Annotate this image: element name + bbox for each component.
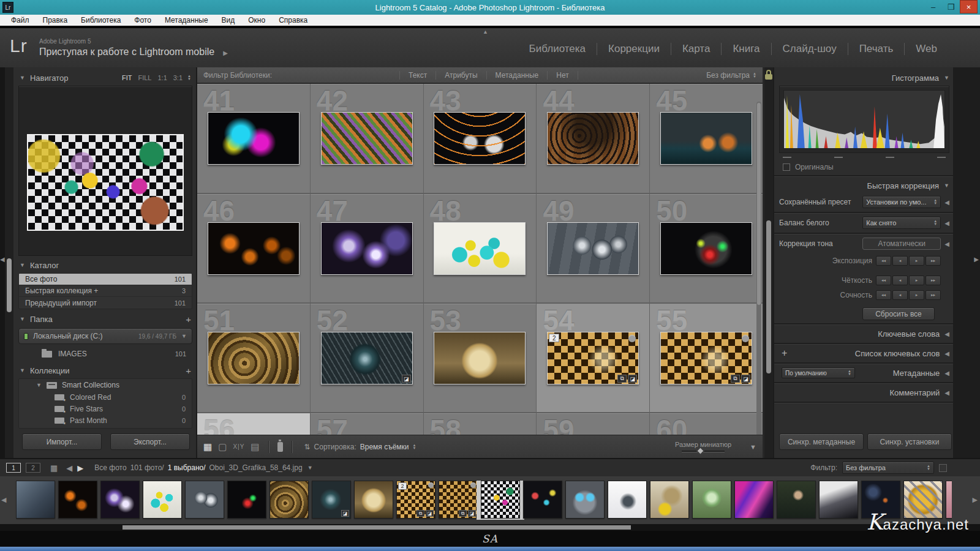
folder-row[interactable]: IMAGES 101	[18, 348, 192, 360]
add-collection-icon[interactable]: +	[186, 365, 191, 376]
sync-settings-button[interactable]: Синхр. установки	[867, 433, 952, 450]
sort-direction-icon[interactable]: ⇅	[304, 443, 311, 451]
expand-section-icon[interactable]: ◀	[944, 241, 949, 247]
scrollbar-thumb[interactable]	[766, 220, 771, 373]
compare-view-icon[interactable]: X|Y	[233, 443, 244, 450]
scrollbar-thumb[interactable]	[123, 525, 631, 530]
catalog-row[interactable]: Все фото 101	[19, 274, 192, 285]
export-button[interactable]: Экспорт...	[110, 433, 190, 450]
collapse-right-panel-icon[interactable]: ▶	[974, 256, 979, 263]
menu-item[interactable]: Правка	[37, 16, 74, 24]
photo-thumbnail[interactable]: ⧉ ◪	[660, 332, 752, 384]
adjustment-badge-icon[interactable]: ◪	[341, 510, 349, 517]
folders-header[interactable]: ▼ Папка +	[13, 312, 197, 326]
grid-scrollbar[interactable]	[756, 102, 761, 435]
grid-cell[interactable]: 51	[197, 304, 311, 412]
collection-row[interactable]: Recently Modified 0	[19, 426, 192, 429]
back-arrow-icon[interactable]: ◀	[66, 463, 72, 473]
photo-thumbnail[interactable]: 2 ⧉ ◪	[547, 332, 639, 384]
expand-section-icon[interactable]: ◀	[944, 331, 949, 337]
scrollbar-thumb[interactable]	[757, 103, 761, 305]
grid-cell[interactable]: 52 ◪	[311, 304, 424, 412]
filmstrip-thumbnail[interactable]	[143, 481, 182, 519]
originals-checkbox-row[interactable]: Оригиналы	[783, 163, 834, 171]
secondary-monitor-button[interactable]: 2	[26, 463, 40, 473]
metadata-status-badge[interactable]	[742, 335, 749, 342]
decrease-large-button[interactable]: ◂◂	[876, 276, 891, 285]
keywording-header[interactable]: Ключевые слова ◀	[774, 327, 954, 340]
minimize-button[interactable]: –	[924, 0, 942, 13]
filmstrip-thumbnail[interactable]	[523, 481, 562, 519]
grid-cell[interactable]: 48	[424, 194, 537, 302]
decrease-button[interactable]: ◂	[892, 256, 908, 266]
filmstrip-thumbnail[interactable]	[227, 481, 266, 519]
left-panel-edge[interactable]: ◀	[0, 67, 5, 458]
grid-cell[interactable]: 45	[650, 84, 763, 193]
menu-item[interactable]: Файл	[5, 16, 36, 24]
grid-cell[interactable]: 53	[424, 304, 537, 412]
filmstrip-thumbnail[interactable]	[692, 481, 731, 519]
breadcrumb-segment[interactable]: Oboi_3D_Grafika_58_64.jpg	[209, 463, 303, 472]
grid-cell[interactable]: 46	[197, 194, 311, 302]
photo-thumbnail[interactable]	[208, 112, 300, 165]
survey-view-icon[interactable]: ▤	[251, 441, 259, 452]
auto-tone-button[interactable]: Атоматически	[862, 238, 941, 250]
promo-arrow-icon[interactable]: ▶	[223, 50, 228, 56]
keyword-list-header[interactable]: + Список ключевых слов ◀	[774, 347, 954, 360]
copy-badge-icon[interactable]: ⧉	[459, 510, 467, 517]
grid-cell[interactable]: 49	[537, 194, 650, 302]
filmstrip-thumbnail[interactable]	[777, 481, 816, 519]
decrease-large-button[interactable]: ◂◂	[876, 256, 891, 266]
zoom-option[interactable]: FIT	[122, 74, 132, 81]
module-tab[interactable]: Печать	[848, 43, 905, 55]
breadcrumb-segment[interactable]: 1 выбрано/	[168, 463, 206, 472]
photo-thumbnail[interactable]	[660, 222, 752, 275]
maximize-button[interactable]: ❒	[942, 0, 960, 13]
filter-preset-dropdown[interactable]: Без фильтра ▲▼	[706, 71, 756, 80]
grid-cell[interactable]: 44	[537, 84, 650, 193]
filmstrip-filter-dropdown[interactable]: Без фильтра ▲▼	[842, 462, 934, 474]
chevron-down-icon[interactable]: ▼	[944, 75, 949, 81]
quick-develop-header[interactable]: Быстрая коррекция ▼	[774, 179, 954, 192]
grid-cell[interactable]: 55 ⧉ ◪	[650, 304, 763, 412]
reset-all-button[interactable]: Сбросить все	[862, 307, 935, 320]
filmstrip-thumbnail[interactable]	[58, 481, 97, 519]
filmstrip-thumbnail[interactable]	[608, 481, 647, 519]
zoom-option[interactable]: FILL	[138, 74, 151, 81]
grid-cell[interactable]: 60	[650, 413, 763, 435]
photo-thumbnail[interactable]	[660, 112, 752, 165]
painter-spray-icon[interactable]	[277, 442, 283, 452]
filmstrip-thumbnail[interactable]	[481, 481, 520, 519]
copy-badge-icon[interactable]: ⧉	[617, 375, 627, 383]
navigator-header[interactable]: ▼ Навигатор FITFILL1:13:1 ▲▼	[13, 71, 197, 84]
grid-cell[interactable]: 43	[424, 84, 537, 193]
histogram-header[interactable]: Гистограмма ▼	[774, 71, 954, 84]
metadata-status-badge[interactable]	[628, 335, 636, 342]
grid-cell[interactable]: 54 2 ⧉ ◪	[537, 304, 650, 412]
spinner-icon[interactable]: ▲▼	[187, 75, 191, 81]
menu-item[interactable]: Библиотека	[75, 16, 127, 24]
filter-tab[interactable]: Текст	[399, 71, 436, 80]
filmstrip-thumbnail[interactable]: 2 ⧉ ◪	[396, 481, 435, 519]
menu-item[interactable]: Фото	[128, 16, 157, 24]
copy-badge-icon[interactable]: ⧉	[417, 510, 424, 517]
expand-section-icon[interactable]: ◀	[944, 350, 949, 357]
checkbox-icon[interactable]	[783, 163, 790, 171]
breadcrumb-segment[interactable]: 101 фото/	[130, 463, 164, 472]
filmstrip-scroll-right-icon[interactable]: ▶	[973, 496, 978, 504]
module-tab[interactable]: Web	[905, 43, 948, 55]
right-panel-edge[interactable]: ▶	[953, 67, 980, 458]
loupe-view-icon[interactable]: ▢	[218, 441, 227, 452]
chevron-down-icon[interactable]: ▼	[20, 262, 25, 268]
adjustment-badge-icon[interactable]: ◪	[741, 375, 750, 383]
menu-item[interactable]: Вид	[216, 16, 241, 24]
photo-thumbnail[interactable]	[208, 332, 300, 384]
stack-count-badge[interactable]: 2	[549, 334, 559, 342]
collection-row[interactable]: Past Month 0	[19, 414, 192, 426]
filter-tab[interactable]: Метаданные	[487, 71, 548, 80]
decrease-large-button[interactable]: ◂◂	[876, 290, 891, 300]
increase-button[interactable]: ▸	[909, 290, 924, 300]
breadcrumb-segment[interactable]: Все фото	[94, 463, 126, 472]
copy-badge-icon[interactable]: ⧉	[731, 375, 740, 383]
filmstrip-thumbnail[interactable]	[100, 481, 140, 519]
